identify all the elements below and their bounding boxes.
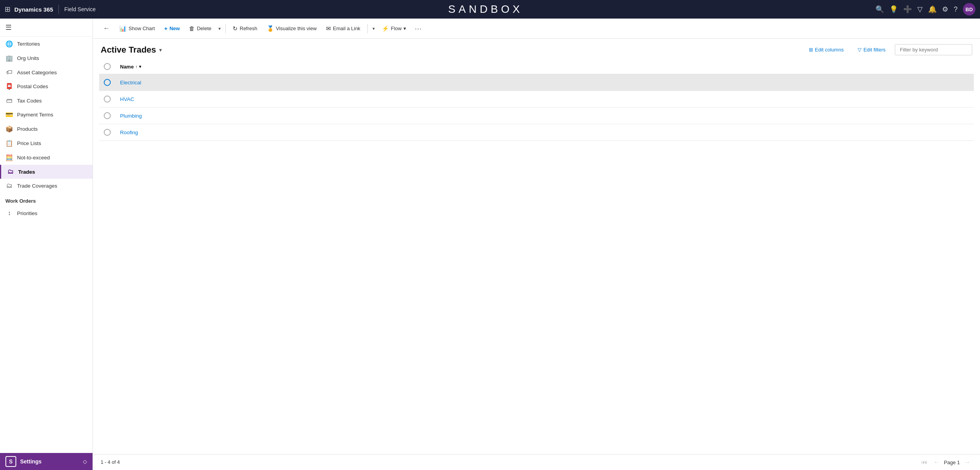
table-footer: 1 - 4 of 4 ⏮ ← Page 1 → (93, 454, 980, 470)
edit-columns-label: Edit columns (815, 47, 844, 53)
row-name-link[interactable]: Plumbing (120, 113, 142, 119)
sidebar-item-asset-categories[interactable]: 🏷Asset Categories (0, 65, 93, 79)
flow-label: Flow (391, 26, 402, 31)
table-row[interactable]: Plumbing (99, 108, 974, 124)
content-area: ← 📊 Show Chart + New 🗑 Delete ▾ ↻ Refres… (93, 19, 980, 470)
delete-label: Delete (197, 26, 211, 31)
search-icon[interactable]: 🔍 (875, 5, 884, 14)
filter-keyword-input[interactable] (895, 44, 972, 55)
settings-label: Settings (20, 458, 79, 465)
help-icon[interactable]: ? (954, 5, 958, 14)
priorities-label: Priorities (17, 210, 38, 216)
show-chart-button[interactable]: 📊 Show Chart (115, 23, 159, 34)
row-name-cell: Roofing (115, 124, 974, 141)
refresh-button[interactable]: ↻ Refresh (229, 23, 261, 34)
row-name-link[interactable]: HVAC (120, 96, 134, 102)
table-header: Name ↑ ▾ (99, 59, 974, 74)
more-options-button[interactable]: ⋯ (412, 22, 425, 35)
sidebar-item-not-to-exceed[interactable]: 🧮Not-to-exceed (0, 150, 93, 165)
table-container: Name ↑ ▾ Electrical (93, 59, 980, 454)
sidebar: ☰ 🌐Territories🏢Org Units🏷Asset Categorie… (0, 19, 93, 470)
toolbar-sep-1 (225, 24, 226, 33)
header-name[interactable]: Name ↑ ▾ (115, 59, 974, 74)
edit-columns-button[interactable]: ⊞ Edit columns (804, 44, 848, 55)
products-icon: 📦 (5, 125, 13, 133)
row-radio[interactable] (104, 96, 111, 103)
sidebar-item-priorities[interactable]: ↕Priorities (0, 206, 93, 220)
table-row[interactable]: HVAC (99, 91, 974, 108)
next-page-button[interactable]: → (962, 458, 972, 467)
back-button[interactable]: ← (99, 22, 114, 35)
work-order-items: ↕Priorities (0, 206, 93, 220)
app-name-label: Field Service (64, 6, 96, 12)
table-row[interactable]: Electrical (99, 74, 974, 91)
prev-page-button[interactable]: ← (932, 458, 942, 467)
table-row[interactable]: Roofing (99, 124, 974, 141)
delete-button[interactable]: 🗑 Delete (185, 23, 215, 34)
settings-bottom-bar[interactable]: S Settings ◇ (0, 453, 93, 470)
email-link-button[interactable]: ✉ Email a Link (322, 23, 364, 34)
sidebar-item-territories[interactable]: 🌐Territories (0, 37, 93, 51)
price-lists-icon: 📋 (5, 140, 13, 147)
table-body: Electrical HVAC Plumbing Roofing (99, 74, 974, 141)
view-title-container: Active Trades ▾ (101, 45, 162, 55)
sort-dropdown-icon[interactable]: ▾ (139, 64, 141, 69)
asset-categories-label: Asset Categories (17, 70, 57, 75)
view-actions: ⊞ Edit columns ▽ Edit filters (804, 44, 973, 55)
hamburger-icon[interactable]: ☰ (5, 23, 12, 32)
user-avatar[interactable]: BD (963, 3, 975, 15)
email-link-label: Email a Link (333, 26, 360, 31)
row-name-link[interactable]: Roofing (120, 130, 138, 135)
visualize-button[interactable]: 🏅 Visualize this view (263, 23, 321, 34)
sidebar-item-products[interactable]: 📦Products (0, 122, 93, 136)
sidebar-header: ☰ (0, 19, 93, 37)
header-checkbox[interactable] (104, 63, 111, 70)
row-name-link[interactable]: Electrical (120, 80, 141, 85)
price-lists-label: Price Lists (17, 140, 41, 146)
first-page-button[interactable]: ⏮ (919, 458, 929, 467)
row-radio[interactable] (104, 79, 111, 86)
title-dropdown-icon[interactable]: ▾ (159, 47, 162, 53)
flow-button[interactable]: ⚡ Flow ▾ (378, 23, 410, 34)
org-units-label: Org Units (17, 55, 39, 61)
sidebar-item-postal-codes[interactable]: 📮Postal Codes (0, 79, 93, 94)
name-col-label: Name (120, 64, 134, 70)
trades-table: Name ↑ ▾ Electrical (99, 59, 974, 141)
nav-divider (58, 5, 59, 14)
filter-icon[interactable]: ▽ (917, 5, 923, 14)
sidebar-item-payment-terms[interactable]: 💳Payment Terms (0, 108, 93, 122)
plus-icon: + (164, 25, 168, 32)
visualize-icon: 🏅 (267, 25, 274, 32)
edit-filters-label: Edit filters (863, 47, 886, 53)
row-name-cell: Electrical (115, 74, 974, 91)
row-radio[interactable] (104, 112, 111, 119)
gear-icon[interactable]: ⚙ (942, 5, 948, 14)
view-title: Active Trades (101, 45, 156, 55)
sidebar-item-trades[interactable]: 🗂Trades (0, 165, 93, 179)
trades-icon: 🗂 (7, 168, 14, 175)
name-sort-controls: Name ↑ ▾ (120, 64, 141, 70)
trade-coverages-label: Trade Coverages (17, 183, 57, 189)
sidebar-item-price-lists[interactable]: 📋Price Lists (0, 136, 93, 150)
sort-up-icon[interactable]: ↑ (135, 64, 137, 69)
not-to-exceed-label: Not-to-exceed (17, 155, 50, 161)
row-radio[interactable] (104, 129, 111, 136)
sidebar-item-org-units[interactable]: 🏢Org Units (0, 51, 93, 65)
new-button[interactable]: + New (160, 23, 184, 34)
edit-filters-button[interactable]: ▽ Edit filters (853, 44, 890, 55)
bell-icon[interactable]: 🔔 (928, 5, 937, 14)
chart-icon: 📊 (119, 25, 127, 32)
sidebar-item-trade-coverages[interactable]: 🗂Trade Coverages (0, 179, 93, 193)
lightbulb-icon[interactable]: 💡 (889, 5, 898, 14)
org-units-icon: 🏢 (5, 55, 13, 62)
trade-coverages-icon: 🗂 (5, 182, 13, 189)
grid-icon[interactable]: ⊞ (5, 5, 10, 14)
delete-dropdown-button[interactable]: ▾ (217, 24, 222, 34)
refresh-icon: ↻ (233, 25, 238, 32)
flow-chevron-icon: ▾ (403, 26, 406, 31)
columns-icon: ⊞ (809, 47, 813, 53)
sidebar-item-tax-codes[interactable]: 🗃Tax Codes (0, 94, 93, 108)
email-dropdown-button[interactable]: ▾ (371, 24, 376, 34)
filter-funnel-icon: ▽ (858, 47, 862, 53)
add-icon[interactable]: ➕ (903, 5, 912, 14)
